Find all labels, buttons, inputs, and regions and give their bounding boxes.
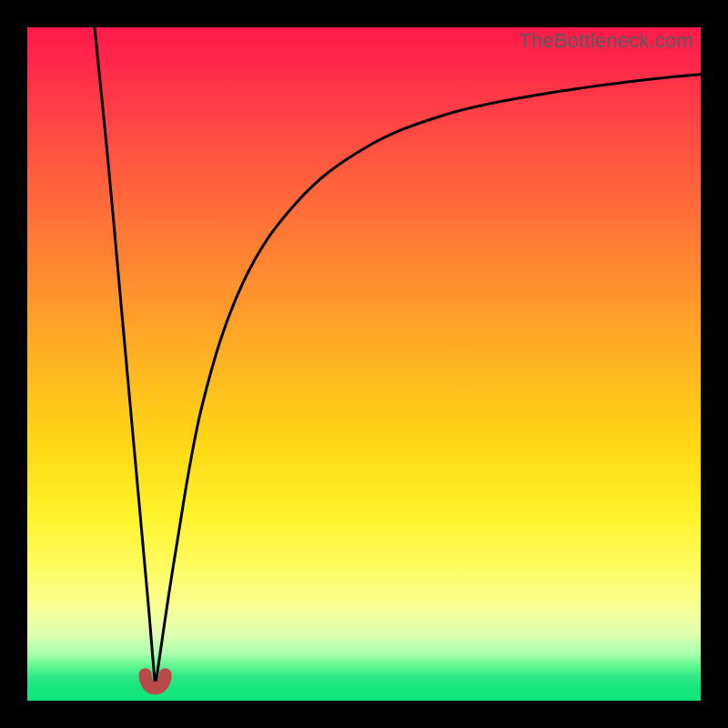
curve-left-branch xyxy=(95,27,156,687)
chart-frame: TheBottleneck.com xyxy=(0,0,728,728)
plot-area: TheBottleneck.com xyxy=(27,27,701,701)
watermark-text: TheBottleneck.com xyxy=(519,29,693,53)
curve-right-branch xyxy=(156,75,701,687)
curves-svg xyxy=(27,27,701,701)
